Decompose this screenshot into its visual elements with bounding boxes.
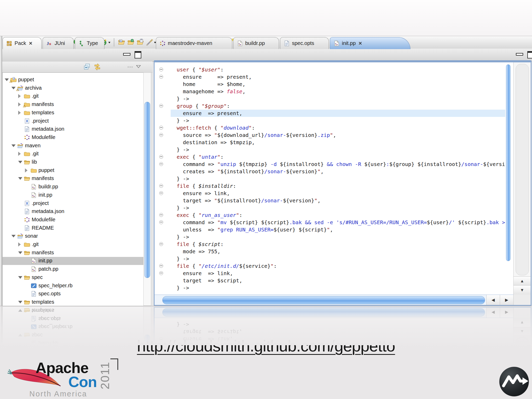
- open-clipboard-folder-button[interactable]: [136, 38, 144, 46]
- tree-item-spec[interactable]: spec: [3, 274, 144, 282]
- warning-overlay-icon: ⚠: [9, 79, 12, 83]
- tree-item-metadata-json[interactable]: metadata.json: [3, 125, 144, 133]
- close-icon[interactable]: ×: [358, 41, 362, 46]
- tree-item-init-pp[interactable]: init.pp: [3, 191, 144, 199]
- fold-minus-icon[interactable]: [159, 133, 163, 137]
- expanded-arrow-icon[interactable]: [18, 177, 22, 180]
- scroll-left-icon[interactable]: ◀: [486, 295, 500, 305]
- editor-maximize-icon[interactable]: [527, 51, 532, 58]
- file-pp-icon: [31, 184, 37, 190]
- tree-item--project[interactable]: X.project: [3, 200, 144, 208]
- editor-area: user { "$user": ensure => present, home …: [154, 62, 531, 306]
- tree-item-buildr-pp[interactable]: buildr.pp: [3, 183, 144, 191]
- open-sphere-folder-icon: [127, 38, 135, 46]
- tree-item-templates[interactable]: templates: [3, 298, 144, 306]
- editor-horizontal-scrollbar[interactable]: ◀ ▶: [155, 295, 513, 305]
- tree-item-lib[interactable]: lib: [3, 158, 144, 166]
- editor-tab-init-pp[interactable]: init.pp×: [330, 37, 410, 49]
- collapse-all-icon[interactable]: [83, 63, 91, 71]
- view-tab-pack[interactable]: Pack×: [3, 37, 42, 49]
- code-line: source => "${download_url}/sonar-${versi…: [171, 131, 505, 139]
- fold-minus-icon[interactable]: [159, 104, 163, 108]
- fold-minus-icon[interactable]: [159, 264, 163, 268]
- editor-tab-buildr-pp[interactable]: buildr.pp: [233, 37, 279, 49]
- scroll-up-icon[interactable]: ▲: [514, 276, 531, 285]
- collapsed-arrow-icon[interactable]: [18, 152, 21, 156]
- tree-scrollbar[interactable]: [143, 72, 151, 306]
- tree-item-spec_helper-rb[interactable]: spec_helper.rb: [3, 282, 144, 290]
- fold-minus-icon[interactable]: [159, 68, 163, 71]
- editor-tab-label: init.pp: [342, 40, 356, 46]
- tree-item-Modulefile[interactable]: Modulefile: [3, 134, 144, 142]
- maximize-icon[interactable]: [135, 51, 141, 58]
- scroll-right-icon[interactable]: ▶: [500, 295, 513, 305]
- link-with-editor-icon[interactable]: [94, 63, 101, 71]
- fold-minus-icon[interactable]: [159, 213, 163, 217]
- collapsed-arrow-icon[interactable]: [18, 94, 21, 98]
- fold-minus-icon[interactable]: [159, 126, 163, 130]
- expanded-arrow-icon[interactable]: [18, 161, 22, 163]
- tree-item-README[interactable]: README: [3, 224, 144, 232]
- open-chart-folder-button[interactable]: [118, 38, 125, 46]
- fold-minus-icon[interactable]: [159, 162, 163, 166]
- collapsed-arrow-icon[interactable]: [25, 168, 28, 172]
- expanded-arrow-icon[interactable]: [18, 301, 22, 303]
- collapsed-arrow-icon[interactable]: [18, 102, 21, 107]
- tree-item-archiva[interactable]: ⚠archiva: [3, 84, 144, 92]
- open-sphere-folder-button[interactable]: [127, 38, 135, 46]
- editor-minimize-icon[interactable]: [516, 53, 523, 56]
- expanded-arrow-icon[interactable]: [11, 235, 16, 237]
- fold-minus-icon[interactable]: [159, 191, 163, 195]
- tree-item-templates[interactable]: templates: [3, 109, 144, 117]
- tree-item-Modulefile[interactable]: Modulefile: [3, 216, 144, 224]
- tree-item--git[interactable]: .git: [3, 150, 144, 158]
- fold-minus-icon[interactable]: [159, 184, 163, 188]
- folder-icon: [31, 168, 37, 173]
- fold-minus-icon[interactable]: [159, 220, 163, 224]
- collapsed-arrow-icon[interactable]: [18, 242, 21, 247]
- tree-item--project[interactable]: X.project: [3, 117, 144, 125]
- close-icon[interactable]: ×: [29, 41, 32, 46]
- fold-minus-icon[interactable]: [159, 75, 163, 79]
- scroll-down-icon[interactable]: ▼: [514, 285, 531, 295]
- expanded-arrow-icon[interactable]: [11, 87, 16, 89]
- vertical-scroll-track-thumb[interactable]: [516, 64, 529, 275]
- tree-item-metadata-json[interactable]: metadata.json: [3, 208, 144, 216]
- editor-tab-maestrodev-maven[interactable]: maestrodev-maven: [156, 37, 232, 49]
- tree-scrollbar-thumb[interactable]: [144, 102, 150, 278]
- editor-vertical-scrollbar-thumb[interactable]: [506, 64, 510, 261]
- tree-item-patch-pp[interactable]: patch.pp: [3, 265, 144, 273]
- fold-minus-icon[interactable]: [159, 271, 163, 275]
- tree-item-manifests[interactable]: ⚠manifests: [3, 101, 144, 109]
- view-menu-dropdown-icon[interactable]: [136, 65, 141, 68]
- horizontal-scrollbar-thumb[interactable]: [162, 296, 485, 304]
- code-editor[interactable]: user { "$user": ensure => present, home …: [171, 62, 505, 295]
- view-tab-juni[interactable]: JuJUni: [43, 37, 74, 49]
- expanded-arrow-icon[interactable]: [18, 276, 22, 279]
- tree-item-init-pp[interactable]: init.pp: [3, 257, 144, 265]
- expanded-arrow-icon[interactable]: [11, 144, 16, 147]
- tree-item--git[interactable]: .git: [3, 92, 144, 100]
- tree-item-sonar[interactable]: sonar: [3, 232, 144, 240]
- tree-item-puppet[interactable]: puppet: [3, 167, 144, 175]
- tree-item-maven[interactable]: maven: [3, 142, 144, 150]
- tree-item--git[interactable]: .git: [3, 241, 144, 249]
- fold-minus-icon[interactable]: [159, 242, 163, 246]
- pen-search-button[interactable]: [146, 38, 156, 46]
- view-tab-label: Pack: [15, 40, 26, 46]
- expanded-arrow-icon[interactable]: [5, 78, 9, 81]
- minimize-icon[interactable]: [123, 53, 130, 56]
- tree-item-puppet[interactable]: J⚠puppet: [3, 76, 144, 84]
- collapsed-arrow-icon[interactable]: [18, 111, 21, 115]
- tree-item-spec-opts[interactable]: spec.opts: [3, 290, 144, 298]
- view-menu-icon[interactable]: [126, 63, 134, 71]
- expanded-arrow-icon[interactable]: [18, 251, 22, 254]
- view-tab-type[interactable]: Type: [75, 37, 104, 49]
- fold-minus-icon[interactable]: [159, 155, 163, 159]
- editor-tab-spec-opts[interactable]: spec.opts: [280, 37, 329, 49]
- code-line: file { $script:: [171, 241, 505, 248]
- editor-vertical-scrollbar[interactable]: ▲ ▼: [513, 62, 531, 295]
- tree-item-manifests[interactable]: manifests: [3, 249, 144, 257]
- code-line: destination => $tmpzip,: [171, 139, 505, 146]
- tree-item-manifests[interactable]: manifests: [3, 175, 144, 183]
